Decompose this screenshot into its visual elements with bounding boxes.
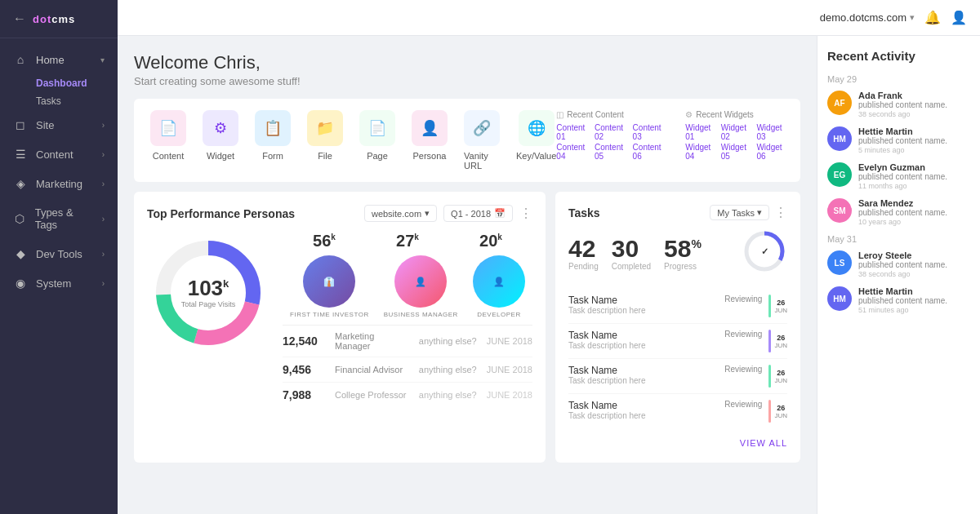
personas-menu-icon[interactable]: ⋮ <box>519 206 532 221</box>
row-date: JUNE 2018 <box>487 365 532 374</box>
personas-panel: Top Performance Personas website.com ▾ Q… <box>134 192 546 463</box>
recent-content-item[interactable]: Content 05 <box>595 143 625 161</box>
sidebar-item-marketing[interactable]: ◈ Marketing › <box>0 169 118 198</box>
recent-widget-item[interactable]: Widget 06 <box>756 143 784 161</box>
domain-selector[interactable]: demo.dotcms.com ▾ <box>820 11 915 24</box>
recent-widget-item[interactable]: Widget 01 <box>685 123 713 141</box>
widget-action-icon: ⚙ <box>203 110 238 146</box>
completed-num: 30 <box>612 235 651 262</box>
sidebar-item-system-label: System <box>36 277 71 290</box>
domain-dropdown-icon: ▾ <box>910 12 915 23</box>
recent-widgets-icon: ⚙ <box>685 110 693 119</box>
recent-widget-item[interactable]: Widget 04 <box>685 143 713 161</box>
row-type: Financial Advisor <box>335 365 409 374</box>
recent-content-icon: ◫ <box>556 110 564 119</box>
recent-content-item[interactable]: Content 04 <box>556 143 586 161</box>
row-action: anything else? <box>419 390 477 400</box>
activity-name: Leroy Steele <box>858 250 947 260</box>
back-icon[interactable]: ← <box>13 11 26 26</box>
sidebar: ← dotcms ⌂ Home ▾ Dashboard Tasks ◻ Site… <box>0 0 118 514</box>
calendar-icon: 📅 <box>494 208 506 219</box>
activity-time: 38 seconds ago <box>858 110 947 118</box>
row-num: 9,456 <box>283 363 325 376</box>
donut-total: 103k <box>181 277 235 299</box>
quick-action-content[interactable]: 📄 Content <box>150 110 186 171</box>
task-item: Task Name Task description here Reviewin… <box>568 394 787 428</box>
tasks-panel: Tasks My Tasks ▾ ⋮ 42 Pending <box>555 192 800 463</box>
sidebar-item-content[interactable]: ☰ Content › <box>0 140 118 169</box>
activity-name: Ada Frank <box>858 91 947 100</box>
website-filter[interactable]: website.com ▾ <box>364 205 437 222</box>
pending-num: 42 <box>568 235 599 262</box>
notification-icon[interactable]: 🔔 <box>924 10 941 25</box>
persona-2-name: BUSINESS MANAGER <box>384 311 458 318</box>
avatar: LS <box>827 250 852 275</box>
row-action: anything else? <box>419 365 477 374</box>
site-arrow: › <box>102 121 105 130</box>
activity-content: Hettie Martin published content name. 51… <box>858 286 947 314</box>
recent-widget-item[interactable]: Widget 05 <box>721 143 749 161</box>
view-all-link[interactable]: VIEW ALL <box>740 438 787 448</box>
date-filter[interactable]: Q1 - 2018 📅 <box>443 205 513 222</box>
sidebar-item-site[interactable]: ◻ Site › <box>0 110 118 140</box>
recent-content-item[interactable]: Content 03 <box>633 123 663 141</box>
quick-action-vanity[interactable]: 🔗 Vanity URL <box>464 110 500 171</box>
activity-action: published content name. <box>858 296 947 305</box>
tasks-progress: 58% Progress <box>664 235 702 271</box>
activity-item: LS Leroy Steele published content name. … <box>827 250 970 278</box>
activity-action: published content name. <box>858 100 947 109</box>
pending-label: Pending <box>568 262 599 271</box>
recent-widget-item[interactable]: Widget 03 <box>756 123 784 141</box>
task-info: Task Name Task description here <box>568 330 718 350</box>
task-status: Reviewing <box>724 400 762 409</box>
sidebar-item-types[interactable]: ⬡ Types & Tags › <box>0 198 118 239</box>
sidebar-item-dev-label: Dev Tools <box>36 248 82 260</box>
progress-ring-svg: ✓ <box>742 228 787 274</box>
activity-action: published content name. <box>858 260 947 269</box>
persona-2-num: 27k <box>396 232 419 250</box>
quick-action-persona[interactable]: 👤 Persona <box>412 110 448 171</box>
quick-action-keyvalue[interactable]: 🌐 Key/Value <box>516 110 556 171</box>
sidebar-item-tasks[interactable]: Tasks <box>0 92 118 110</box>
sidebar-logo: ← dotcms <box>0 0 118 38</box>
quick-action-widget[interactable]: ⚙ Widget <box>203 110 238 171</box>
marketing-icon: ◈ <box>13 177 28 190</box>
tasks-menu-icon[interactable]: ⋮ <box>774 205 787 220</box>
view-all-section: VIEW ALL <box>568 435 787 450</box>
sidebar-item-home[interactable]: ⌂ Home ▾ <box>0 45 118 74</box>
quick-action-page[interactable]: 📄 Page <box>359 110 395 171</box>
recent-content-item[interactable]: Content 06 <box>633 143 663 161</box>
quick-action-file[interactable]: 📁 File <box>307 110 343 171</box>
activity-item: EG Evelyn Guzman published content name.… <box>827 162 970 190</box>
task-date-bar <box>768 295 771 317</box>
persona-col-1: 56k <box>313 232 336 250</box>
system-icon: ◉ <box>13 277 28 290</box>
sidebar-item-marketing-label: Marketing <box>36 178 82 190</box>
recent-content-item[interactable]: Content 02 <box>595 123 625 141</box>
widget-action-label: Widget <box>207 151 234 161</box>
activity-name: Evelyn Guzman <box>858 162 947 172</box>
quick-action-form[interactable]: 📋 Form <box>255 110 291 171</box>
user-profile-icon[interactable]: 👤 <box>951 10 967 25</box>
persona-avatar-col-1: 👔 FIRST TIME INVESTOR <box>290 255 369 318</box>
personas-panel-controls: website.com ▾ Q1 - 2018 📅 ⋮ <box>364 205 532 222</box>
tasks-filter[interactable]: My Tasks ▾ <box>710 205 769 220</box>
sidebar-item-dev[interactable]: ◆ Dev Tools › <box>0 239 118 268</box>
welcome-section: Welcome Chris, Start creating some aweso… <box>134 52 800 87</box>
file-action-label: File <box>318 151 332 161</box>
recent-content-panel: ◫ Recent Content Content 01 Content 02 C… <box>556 110 662 161</box>
table-row: 7,988 College Professor anything else? J… <box>283 383 532 407</box>
task-status: Reviewing <box>724 330 762 339</box>
types-icon: ⬡ <box>13 212 27 225</box>
form-action-label: Form <box>262 151 283 161</box>
sidebar-item-system[interactable]: ◉ System › <box>0 268 118 298</box>
recent-content-item[interactable]: Content 01 <box>556 123 586 141</box>
tasks-completed: 30 Completed <box>612 235 651 271</box>
vanity-action-label: Vanity URL <box>464 151 500 171</box>
task-date-text: 26 JUN <box>774 334 787 349</box>
content-action-icon: 📄 <box>150 110 186 146</box>
dev-arrow: › <box>102 250 105 259</box>
persona-1-avatar: 👔 <box>303 255 355 308</box>
sidebar-item-dashboard[interactable]: Dashboard <box>0 74 118 92</box>
recent-widget-item[interactable]: Widget 02 <box>721 123 749 141</box>
